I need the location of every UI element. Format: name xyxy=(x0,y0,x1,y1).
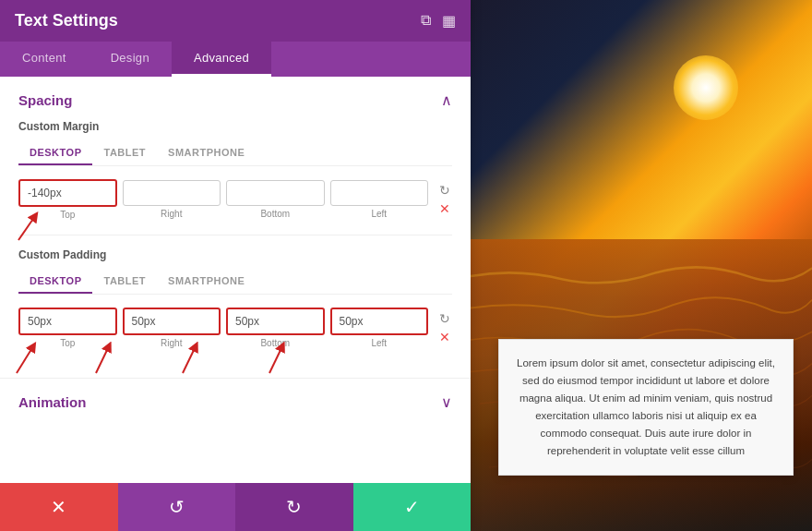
margin-bottom-input[interactable] xyxy=(226,180,325,206)
margin-actions: ↻ ✕ xyxy=(437,182,452,217)
padding-reset-button[interactable]: ↻ xyxy=(437,310,452,327)
custom-margin-label: Custom Margin xyxy=(18,120,452,133)
padding-right-label: Right xyxy=(161,338,182,348)
margin-left-label: Left xyxy=(371,209,387,219)
tab-design[interactable]: Design xyxy=(89,42,172,77)
margin-device-tabs: DESKTOP TABLET SMARTPHONE xyxy=(18,142,452,166)
padding-bottom-input[interactable] xyxy=(226,308,325,335)
sun-glow xyxy=(674,55,738,120)
svg-line-1 xyxy=(17,346,33,373)
margin-right-input[interactable] xyxy=(123,180,221,206)
margin-right-group: Right xyxy=(123,180,221,219)
spacing-toggle-icon[interactable]: ∧ xyxy=(441,91,452,109)
padding-right-input[interactable] xyxy=(123,308,221,335)
padding-inputs-row: Top Right Bottom Left ↻ xyxy=(18,308,452,348)
animation-section: Animation ∨ xyxy=(0,379,471,426)
margin-clear-button[interactable]: ✕ xyxy=(437,200,452,217)
animation-toggle-icon[interactable]: ∨ xyxy=(441,393,452,411)
padding-clear-button[interactable]: ✕ xyxy=(437,329,452,345)
content-box: Lorem ipsum dolor sit amet, consectetur … xyxy=(498,339,794,476)
padding-left-input[interactable] xyxy=(330,308,429,335)
padding-right-group: Right xyxy=(123,308,221,348)
margin-reset-button[interactable]: ↻ xyxy=(437,182,452,199)
reset-button[interactable]: ↺ xyxy=(118,483,236,531)
svg-line-3 xyxy=(183,346,196,373)
svg-line-2 xyxy=(96,346,109,373)
padding-actions: ↻ ✕ xyxy=(437,310,452,345)
custom-margin-subsection: Custom Margin DESKTOP TABLET SMARTPHONE … xyxy=(18,120,452,220)
animation-title: Animation xyxy=(18,394,86,410)
margin-tab-tablet[interactable]: TABLET xyxy=(92,142,157,165)
tab-content[interactable]: Content xyxy=(0,42,89,77)
svg-line-4 xyxy=(269,346,282,373)
margin-left-input[interactable] xyxy=(330,180,429,206)
padding-top-input[interactable] xyxy=(18,308,117,335)
margin-tab-desktop[interactable]: DESKTOP xyxy=(18,142,92,165)
content-text: Lorem ipsum dolor sit amet, consectetur … xyxy=(514,355,778,460)
header-icons: ⧉ ▦ xyxy=(421,12,456,30)
padding-tab-desktop[interactable]: DESKTOP xyxy=(18,271,92,294)
expand-icon[interactable]: ⧉ xyxy=(421,12,431,30)
margin-top-input[interactable] xyxy=(18,179,117,207)
padding-tab-smartphone[interactable]: SMARTPHONE xyxy=(157,271,256,294)
margin-bottom-group: Bottom xyxy=(226,180,325,219)
tab-advanced[interactable]: Advanced xyxy=(172,42,271,77)
save-button[interactable]: ✓ xyxy=(353,483,472,531)
background-panel: Lorem ipsum dolor sit amet, consectetur … xyxy=(471,0,812,531)
spacing-title: Spacing xyxy=(18,92,72,108)
panel-header: Text Settings ⧉ ▦ xyxy=(0,0,471,42)
padding-top-group: Top xyxy=(18,308,117,348)
margin-left-group: Left xyxy=(330,180,429,219)
padding-left-label: Left xyxy=(371,338,387,348)
bottom-toolbar: ✕ ↺ ↻ ✓ xyxy=(0,483,471,531)
custom-padding-subsection: Custom Padding DESKTOP TABLET SMARTPHONE… xyxy=(18,248,452,348)
spacing-section: Spacing ∧ Custom Margin DESKTOP TABLET S… xyxy=(0,77,471,378)
panel-content: Spacing ∧ Custom Margin DESKTOP TABLET S… xyxy=(0,77,471,483)
sunset-image: Lorem ipsum dolor sit amet, consectetur … xyxy=(471,0,812,531)
margin-top-label: Top xyxy=(60,210,75,220)
margin-tab-smartphone[interactable]: SMARTPHONE xyxy=(157,142,256,165)
margin-right-label: Right xyxy=(161,209,182,219)
padding-device-tabs: DESKTOP TABLET SMARTPHONE xyxy=(18,271,452,295)
spacing-divider xyxy=(18,235,452,235)
padding-left-group: Left xyxy=(330,308,429,348)
margin-inputs-row: Top Right Bottom Left ↻ xyxy=(18,179,452,220)
panel-title: Text Settings xyxy=(15,11,118,30)
columns-icon[interactable]: ▦ xyxy=(442,12,456,30)
animation-header: Animation ∨ xyxy=(18,393,452,411)
padding-top-label: Top xyxy=(60,338,75,348)
custom-padding-label: Custom Padding xyxy=(18,248,452,261)
padding-tab-tablet[interactable]: TABLET xyxy=(92,271,157,294)
tab-bar: Content Design Advanced xyxy=(0,42,471,77)
redo-button[interactable]: ↻ xyxy=(235,483,353,531)
margin-top-group: Top xyxy=(18,179,117,220)
padding-bottom-label: Bottom xyxy=(260,338,290,348)
padding-bottom-group: Bottom xyxy=(226,308,325,348)
spacing-header: Spacing ∧ xyxy=(18,91,452,109)
cancel-button[interactable]: ✕ xyxy=(0,483,118,531)
settings-panel: Text Settings ⧉ ▦ Content Design Advance… xyxy=(0,0,471,531)
margin-bottom-label: Bottom xyxy=(260,209,290,219)
